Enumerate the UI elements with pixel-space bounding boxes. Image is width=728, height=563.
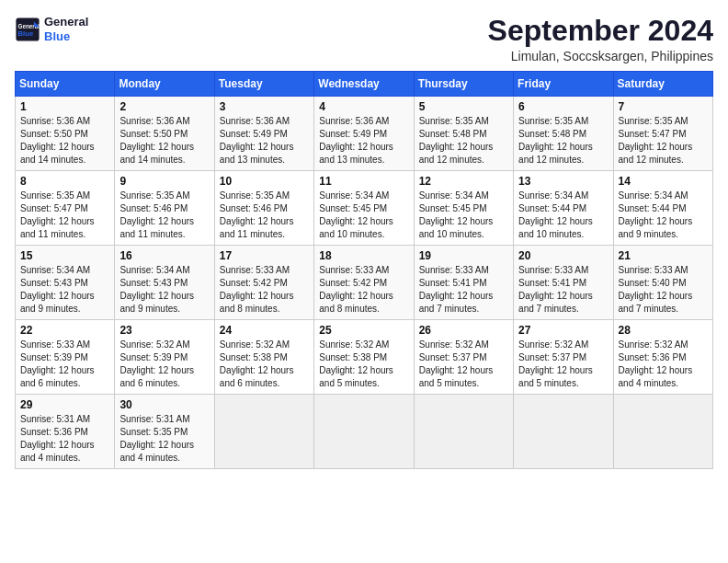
day-number: 19 [419, 249, 508, 262]
table-row: 24Sunrise: 5:32 AM Sunset: 5:38 PM Dayli… [214, 320, 313, 395]
table-row: 9Sunrise: 5:35 AM Sunset: 5:46 PM Daylig… [115, 171, 214, 246]
day-number: 28 [619, 324, 708, 337]
day-info: Sunrise: 5:34 AM Sunset: 5:43 PM Dayligh… [20, 264, 109, 316]
day-info: Sunrise: 5:35 AM Sunset: 5:48 PM Dayligh… [518, 115, 608, 167]
logo: General Blue General Blue [15, 15, 88, 43]
table-row: 27Sunrise: 5:32 AM Sunset: 5:37 PM Dayli… [514, 320, 613, 395]
table-row: 6Sunrise: 5:35 AM Sunset: 5:48 PM Daylig… [514, 97, 613, 171]
table-row: 15Sunrise: 5:34 AM Sunset: 5:43 PM Dayli… [16, 246, 115, 320]
day-number: 12 [419, 175, 508, 188]
table-row: 8Sunrise: 5:35 AM Sunset: 5:47 PM Daylig… [16, 171, 115, 246]
day-number: 24 [220, 324, 309, 337]
day-number: 10 [220, 175, 309, 188]
table-row: 2Sunrise: 5:36 AM Sunset: 5:50 PM Daylig… [115, 97, 214, 171]
table-row: 13Sunrise: 5:34 AM Sunset: 5:44 PM Dayli… [514, 171, 613, 246]
day-number: 7 [619, 100, 708, 113]
table-row: 3Sunrise: 5:36 AM Sunset: 5:49 PM Daylig… [214, 97, 313, 171]
table-row [414, 395, 513, 469]
day-number: 16 [119, 249, 209, 262]
table-row: 1Sunrise: 5:36 AM Sunset: 5:50 PM Daylig… [16, 97, 115, 171]
month-title: September 2024 [488, 15, 713, 47]
table-row [314, 395, 414, 469]
logo-icon: General Blue [15, 17, 40, 42]
title-block: September 2024 Limulan, Soccsksargen, Ph… [488, 15, 713, 63]
table-row: 7Sunrise: 5:35 AM Sunset: 5:47 PM Daylig… [613, 97, 712, 171]
header-tuesday: Tuesday [214, 72, 313, 97]
table-row: 23Sunrise: 5:32 AM Sunset: 5:39 PM Dayli… [115, 320, 214, 395]
table-row: 25Sunrise: 5:32 AM Sunset: 5:38 PM Dayli… [314, 320, 414, 395]
day-info: Sunrise: 5:35 AM Sunset: 5:47 PM Dayligh… [20, 190, 109, 241]
day-number: 29 [20, 398, 109, 411]
location-title: Limulan, Soccsksargen, Philippines [488, 49, 713, 63]
calendar-week-row: 8Sunrise: 5:35 AM Sunset: 5:47 PM Daylig… [16, 171, 713, 246]
logo-line1: General [44, 15, 88, 29]
day-info: Sunrise: 5:36 AM Sunset: 5:50 PM Dayligh… [20, 115, 109, 167]
day-info: Sunrise: 5:36 AM Sunset: 5:49 PM Dayligh… [220, 115, 309, 167]
svg-text:Blue: Blue [18, 29, 34, 38]
table-row: 18Sunrise: 5:33 AM Sunset: 5:42 PM Dayli… [314, 246, 414, 320]
day-info: Sunrise: 5:34 AM Sunset: 5:43 PM Dayligh… [119, 264, 209, 316]
day-info: Sunrise: 5:35 AM Sunset: 5:46 PM Dayligh… [119, 190, 209, 241]
header-sunday: Sunday [16, 72, 115, 97]
day-info: Sunrise: 5:33 AM Sunset: 5:41 PM Dayligh… [518, 264, 608, 316]
day-info: Sunrise: 5:35 AM Sunset: 5:48 PM Dayligh… [419, 115, 508, 167]
day-info: Sunrise: 5:33 AM Sunset: 5:42 PM Dayligh… [220, 264, 309, 316]
table-row: 19Sunrise: 5:33 AM Sunset: 5:41 PM Dayli… [414, 246, 513, 320]
day-info: Sunrise: 5:36 AM Sunset: 5:49 PM Dayligh… [319, 115, 408, 167]
calendar: SundayMondayTuesdayWednesdayThursdayFrid… [15, 71, 713, 469]
day-info: Sunrise: 5:32 AM Sunset: 5:38 PM Dayligh… [220, 339, 309, 390]
table-row [514, 395, 613, 469]
day-info: Sunrise: 5:34 AM Sunset: 5:45 PM Dayligh… [419, 190, 508, 241]
day-number: 9 [119, 175, 209, 188]
table-row: 21Sunrise: 5:33 AM Sunset: 5:40 PM Dayli… [613, 246, 712, 320]
day-number: 23 [119, 324, 209, 337]
day-info: Sunrise: 5:32 AM Sunset: 5:37 PM Dayligh… [419, 339, 508, 390]
day-number: 11 [319, 175, 408, 188]
day-number: 5 [419, 100, 508, 113]
header-thursday: Thursday [414, 72, 513, 97]
calendar-week-row: 1Sunrise: 5:36 AM Sunset: 5:50 PM Daylig… [16, 97, 713, 171]
calendar-week-row: 29Sunrise: 5:31 AM Sunset: 5:36 PM Dayli… [16, 395, 713, 469]
table-row: 5Sunrise: 5:35 AM Sunset: 5:48 PM Daylig… [414, 97, 513, 171]
day-info: Sunrise: 5:34 AM Sunset: 5:44 PM Dayligh… [518, 190, 608, 241]
table-row [214, 395, 313, 469]
day-number: 2 [119, 100, 209, 113]
day-number: 18 [319, 249, 408, 262]
day-number: 4 [319, 100, 408, 113]
day-info: Sunrise: 5:33 AM Sunset: 5:39 PM Dayligh… [20, 339, 109, 390]
day-number: 22 [20, 324, 109, 337]
table-row: 17Sunrise: 5:33 AM Sunset: 5:42 PM Dayli… [214, 246, 313, 320]
table-row: 22Sunrise: 5:33 AM Sunset: 5:39 PM Dayli… [16, 320, 115, 395]
table-row: 26Sunrise: 5:32 AM Sunset: 5:37 PM Dayli… [414, 320, 513, 395]
day-number: 20 [518, 249, 608, 262]
day-number: 3 [220, 100, 309, 113]
header-wednesday: Wednesday [314, 72, 414, 97]
day-info: Sunrise: 5:31 AM Sunset: 5:35 PM Dayligh… [119, 413, 209, 465]
day-info: Sunrise: 5:32 AM Sunset: 5:36 PM Dayligh… [619, 339, 708, 390]
day-info: Sunrise: 5:33 AM Sunset: 5:40 PM Dayligh… [619, 264, 708, 316]
day-number: 6 [518, 100, 608, 113]
table-row: 29Sunrise: 5:31 AM Sunset: 5:36 PM Dayli… [16, 395, 115, 469]
header-monday: Monday [115, 72, 214, 97]
table-row: 10Sunrise: 5:35 AM Sunset: 5:46 PM Dayli… [214, 171, 313, 246]
day-info: Sunrise: 5:34 AM Sunset: 5:45 PM Dayligh… [319, 190, 408, 241]
table-row: 20Sunrise: 5:33 AM Sunset: 5:41 PM Dayli… [514, 246, 613, 320]
day-number: 15 [20, 249, 109, 262]
table-row: 28Sunrise: 5:32 AM Sunset: 5:36 PM Dayli… [613, 320, 712, 395]
header-friday: Friday [514, 72, 613, 97]
day-info: Sunrise: 5:35 AM Sunset: 5:47 PM Dayligh… [619, 115, 708, 167]
calendar-week-row: 15Sunrise: 5:34 AM Sunset: 5:43 PM Dayli… [16, 246, 713, 320]
table-row [613, 395, 712, 469]
day-info: Sunrise: 5:33 AM Sunset: 5:42 PM Dayligh… [319, 264, 408, 316]
day-number: 13 [518, 175, 608, 188]
header-saturday: Saturday [613, 72, 712, 97]
logo-line2: Blue [44, 29, 88, 44]
day-number: 30 [119, 398, 209, 411]
day-info: Sunrise: 5:33 AM Sunset: 5:41 PM Dayligh… [419, 264, 508, 316]
day-info: Sunrise: 5:34 AM Sunset: 5:44 PM Dayligh… [619, 190, 708, 241]
day-number: 25 [319, 324, 408, 337]
calendar-header-row: SundayMondayTuesdayWednesdayThursdayFrid… [16, 72, 713, 97]
day-info: Sunrise: 5:36 AM Sunset: 5:50 PM Dayligh… [119, 115, 209, 167]
day-info: Sunrise: 5:35 AM Sunset: 5:46 PM Dayligh… [220, 190, 309, 241]
calendar-week-row: 22Sunrise: 5:33 AM Sunset: 5:39 PM Dayli… [16, 320, 713, 395]
